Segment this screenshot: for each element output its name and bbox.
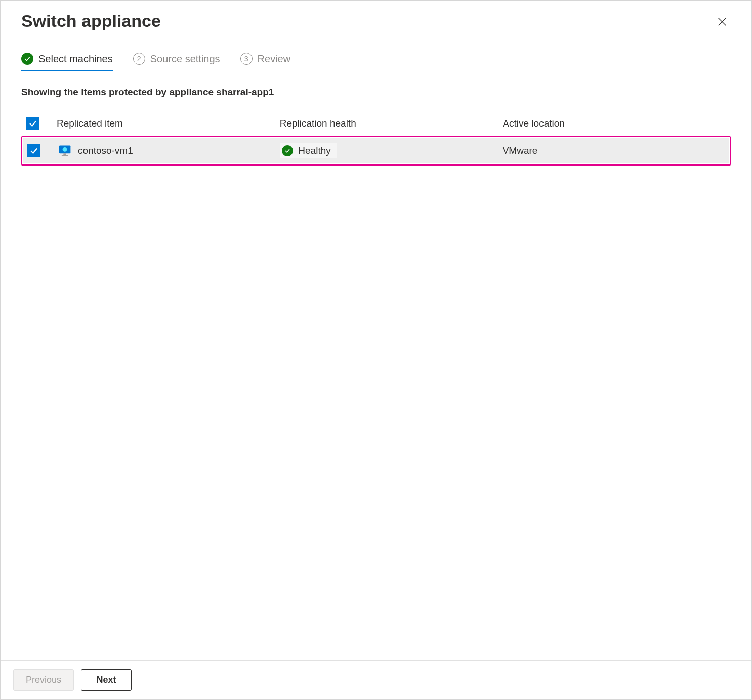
tab-review[interactable]: 3 Review — [240, 53, 291, 71]
next-button[interactable]: Next — [81, 669, 132, 691]
step-number-icon: 3 — [240, 53, 253, 65]
tab-source-settings[interactable]: 2 Source settings — [133, 53, 220, 71]
tab-label: Source settings — [150, 53, 220, 65]
column-header-item[interactable]: Replicated item — [57, 118, 280, 129]
svg-point-3 — [63, 147, 67, 152]
close-button[interactable] — [714, 13, 731, 32]
svg-rect-5 — [62, 155, 68, 156]
switch-appliance-panel: Switch appliance Select machines 2 Sourc… — [0, 0, 752, 700]
row-location: VMware — [503, 145, 725, 156]
check-icon — [28, 119, 37, 128]
tab-select-machines[interactable]: Select machines — [21, 53, 113, 71]
column-header-health[interactable]: Replication health — [280, 118, 503, 129]
row-checkbox[interactable] — [27, 144, 40, 157]
panel-footer: Previous Next — [1, 660, 751, 699]
close-icon — [717, 16, 728, 27]
appliance-subtitle: Showing the items protected by appliance… — [21, 87, 731, 98]
health-status: Healthy — [280, 143, 337, 158]
row-item-name: contoso-vm1 — [78, 145, 133, 156]
step-number-icon: 2 — [133, 53, 145, 65]
table-header: Replicated item Replication health Activ… — [21, 113, 731, 136]
panel-content: Select machines 2 Source settings 3 Revi… — [1, 37, 751, 660]
replicated-items-table: Replicated item Replication health Activ… — [21, 113, 731, 166]
tab-label: Review — [258, 53, 291, 65]
healthy-icon — [282, 145, 293, 156]
column-header-location[interactable]: Active location — [503, 118, 726, 129]
tab-label: Select machines — [38, 53, 113, 65]
highlighted-row: contoso-vm1 Healthy VMware — [21, 136, 731, 166]
check-icon — [29, 146, 38, 155]
page-title: Switch appliance — [21, 11, 161, 31]
wizard-tabs: Select machines 2 Source settings 3 Revi… — [21, 53, 731, 71]
select-all-checkbox[interactable] — [26, 117, 39, 130]
check-icon — [21, 53, 33, 65]
health-label: Healthy — [298, 145, 330, 156]
panel-header: Switch appliance — [1, 1, 751, 37]
table-row[interactable]: contoso-vm1 Healthy VMware — [23, 138, 729, 163]
previous-button[interactable]: Previous — [13, 669, 74, 691]
svg-rect-4 — [63, 153, 66, 155]
vm-icon — [58, 144, 72, 158]
